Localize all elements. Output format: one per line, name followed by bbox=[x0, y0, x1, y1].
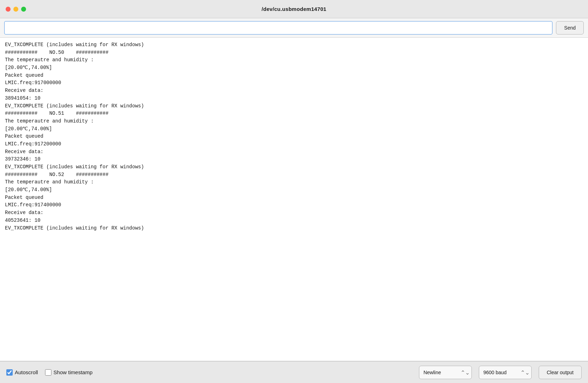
send-button[interactable]: Send bbox=[556, 21, 584, 34]
bottom-bar: Autoscroll Show timestamp No line ending… bbox=[0, 361, 588, 383]
autoscroll-label[interactable]: Autoscroll bbox=[15, 369, 38, 375]
show-timestamp-group: Show timestamp bbox=[45, 369, 93, 376]
show-timestamp-label[interactable]: Show timestamp bbox=[54, 369, 93, 375]
input-bar: Send bbox=[0, 18, 588, 38]
window-title: /dev/cu.usbmodem14701 bbox=[262, 6, 326, 12]
close-button[interactable] bbox=[6, 7, 11, 12]
title-bar: /dev/cu.usbmodem14701 bbox=[0, 0, 588, 18]
baud-select-wrapper: 300 baud1200 baud2400 baud4800 baud9600 … bbox=[479, 366, 532, 379]
message-input[interactable] bbox=[4, 21, 552, 34]
newline-select[interactable]: No line endingNewlineCarriage returnBoth… bbox=[419, 366, 472, 379]
serial-output: EV_TXCOMPLETE (includes waiting for RX w… bbox=[0, 38, 588, 361]
newline-select-wrapper: No line endingNewlineCarriage returnBoth… bbox=[419, 366, 472, 379]
minimize-button[interactable] bbox=[13, 7, 18, 12]
show-timestamp-checkbox[interactable] bbox=[45, 369, 51, 376]
autoscroll-group: Autoscroll bbox=[6, 369, 38, 376]
maximize-button[interactable] bbox=[21, 7, 26, 12]
window-controls bbox=[6, 7, 26, 12]
baud-select[interactable]: 300 baud1200 baud2400 baud4800 baud9600 … bbox=[479, 366, 532, 379]
clear-output-button[interactable]: Clear output bbox=[539, 366, 582, 379]
autoscroll-checkbox[interactable] bbox=[6, 369, 13, 376]
